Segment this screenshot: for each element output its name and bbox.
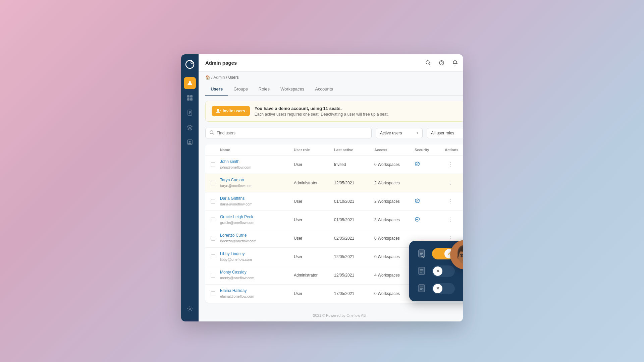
svg-point-22 <box>210 131 213 134</box>
svg-point-2 <box>191 62 193 63</box>
breadcrumb-home: 🏠 <box>205 75 210 80</box>
panel-row-2: ✕ <box>416 265 463 277</box>
row-last-active: 12/05/2021 <box>334 273 374 278</box>
row-name-cell: Elaina Halliday elaina@oneflow.com <box>220 288 294 299</box>
toggle-doc-3[interactable]: ✕ <box>432 283 455 294</box>
svg-rect-7 <box>190 98 193 101</box>
svg-rect-6 <box>187 98 190 101</box>
tab-groups[interactable]: Groups <box>228 83 253 96</box>
sidebar-item-settings[interactable] <box>184 303 196 315</box>
user-name[interactable]: Taryn Carson <box>220 178 294 182</box>
search-icon-btn[interactable] <box>423 58 433 67</box>
panel-row-3: ✕ <box>416 283 463 295</box>
col-name: Name <box>220 148 294 152</box>
user-name[interactable]: Lorenzo Currie <box>220 233 294 238</box>
sidebar-item-dashboard[interactable] <box>184 92 196 104</box>
more-actions-button[interactable]: ⋮ <box>445 179 455 187</box>
sidebar-item-admin[interactable] <box>184 77 196 89</box>
row-access: 0 Workspaces <box>374 291 415 296</box>
svg-point-19 <box>217 109 219 111</box>
panel-doc-icon-2 <box>416 265 428 277</box>
row-role: User <box>294 254 334 259</box>
tab-users[interactable]: Users <box>205 83 228 96</box>
svg-line-16 <box>429 64 430 65</box>
table-header: Name User role Last active Access Securi… <box>205 144 463 156</box>
row-access: 4 Workspaces <box>374 273 415 278</box>
row-role: User <box>294 236 334 241</box>
user-name[interactable]: Gracie-Leigh Peck <box>220 215 294 219</box>
row-access: 0 Workspaces <box>374 254 415 259</box>
row-checkbox-cell <box>211 181 220 185</box>
row-role: User <box>294 218 334 222</box>
row-name-cell: Monty Cassidy monty@oneflow.com <box>220 270 294 281</box>
status-filter-dropdown[interactable]: Active users ▾ <box>376 128 423 138</box>
svg-point-15 <box>426 61 429 64</box>
security-shield-icon <box>415 199 420 204</box>
tab-roles[interactable]: Roles <box>253 83 275 96</box>
toggle-doc-3-knob: ✕ <box>433 284 442 293</box>
invite-users-button[interactable]: Invite users <box>212 106 250 116</box>
tab-workspaces[interactable]: Workspaces <box>275 83 310 96</box>
table-row: Taryn Carson taryn@oneflow.com Administr… <box>205 174 463 192</box>
more-actions-button[interactable]: ⋮ <box>445 160 455 169</box>
panel-doc-v3-icon: V3 <box>416 248 428 260</box>
row-name-cell: Libby Lindsey libby@oneflow.com <box>220 251 294 262</box>
user-email: elaina@oneflow.com <box>220 294 254 298</box>
table-row: Darla Griffiths darla@oneflow.com User 0… <box>205 192 463 211</box>
filters-bar: Active users ▾ All user roles ▾ <box>205 128 463 138</box>
svg-text:V3: V3 <box>421 256 424 258</box>
row-access: 2 Workspaces <box>374 181 415 185</box>
row-checkbox[interactable] <box>211 218 215 222</box>
row-actions: ⋮ <box>445 180 463 186</box>
user-name[interactable]: Darla Griffiths <box>220 196 294 201</box>
more-actions-button[interactable]: ⋮ <box>445 197 455 205</box>
search-box <box>205 128 372 138</box>
row-checkbox[interactable] <box>211 181 215 185</box>
svg-rect-5 <box>190 95 193 98</box>
help-icon-btn[interactable]: ? <box>437 58 446 67</box>
row-access: 0 Workspaces <box>374 236 415 241</box>
user-email: taryn@oneflow.com <box>220 184 253 188</box>
row-actions: ⋮ <box>445 161 463 168</box>
sidebar-item-contacts[interactable] <box>184 136 196 148</box>
row-checkbox[interactable] <box>211 236 215 241</box>
table-row: Gracie-Leigh Peck gracie@oneflow.com Use… <box>205 211 463 229</box>
breadcrumb-admin[interactable]: Admin <box>213 75 225 80</box>
toggle-doc-2[interactable]: ✕ <box>432 265 455 277</box>
user-name[interactable]: Libby Lindsey <box>220 251 294 256</box>
row-role: User <box>294 291 334 296</box>
more-actions-button[interactable]: ⋮ <box>445 216 455 224</box>
notification-icon-btn[interactable] <box>450 58 460 67</box>
top-header: Admin pages ? <box>199 54 463 72</box>
tab-accounts[interactable]: Accounts <box>310 83 338 96</box>
sidebar-item-docs[interactable] <box>184 107 196 119</box>
row-last-active: 12/05/2021 <box>334 254 374 259</box>
table-row: John smith john@oneflow.com User Invited… <box>205 156 463 174</box>
svg-point-13 <box>189 141 191 142</box>
row-checkbox-cell <box>211 162 220 167</box>
row-checkbox[interactable] <box>211 162 215 167</box>
user-name[interactable]: John smith <box>220 159 294 164</box>
search-icon <box>210 130 214 136</box>
role-filter-dropdown[interactable]: All user roles ▾ <box>427 128 463 138</box>
row-checkbox-cell <box>211 291 220 296</box>
header-actions: ? KM <box>423 58 463 68</box>
search-input[interactable] <box>217 131 367 135</box>
row-checkbox[interactable] <box>211 254 215 259</box>
col-last-active: Last active <box>334 148 374 152</box>
user-name[interactable]: Monty Cassidy <box>220 270 294 275</box>
security-shield-icon <box>415 218 420 223</box>
svg-rect-4 <box>187 95 190 98</box>
row-checkbox-cell <box>211 236 220 241</box>
user-name[interactable]: Elaina Halliday <box>220 288 294 293</box>
col-checkbox <box>211 148 220 152</box>
row-checkbox[interactable] <box>211 291 215 296</box>
row-checkbox-cell <box>211 254 220 259</box>
col-access: Access <box>374 148 415 152</box>
app-logo <box>184 58 196 70</box>
row-checkbox[interactable] <box>211 199 215 204</box>
user-email: monty@oneflow.com <box>220 276 254 280</box>
row-last-active: 01/05/2021 <box>334 218 374 222</box>
row-checkbox[interactable] <box>211 273 215 278</box>
sidebar-item-layers[interactable] <box>184 121 196 133</box>
